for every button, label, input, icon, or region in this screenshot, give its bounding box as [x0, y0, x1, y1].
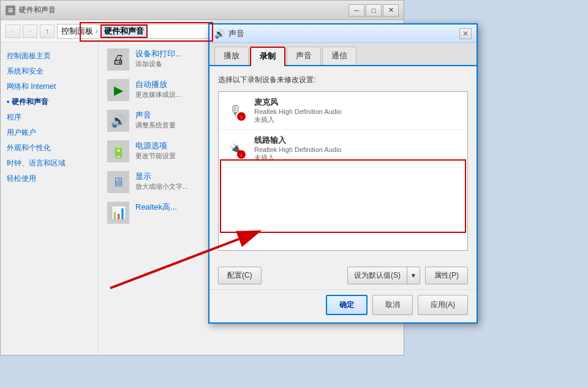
linein-status-badge: ↓ [237, 150, 246, 159]
set-default-arrow-button[interactable]: ▼ [407, 267, 420, 284]
cp-title-icon: 🖥 [6, 6, 15, 15]
sound-icon: 🔊 [107, 110, 129, 132]
close-button[interactable]: ✕ [383, 4, 399, 17]
cp-sidebar: 控制面板主页 系统和安全 网络和 Internet 硬件和声音 程序 用户账户 … [1, 42, 99, 355]
sidebar-item-hardware[interactable]: 硬件和声音 [7, 96, 92, 108]
autoplay-icon: ▶ [107, 79, 129, 101]
linein-status: 未插入 [254, 153, 341, 162]
cancel-button[interactable]: 取消 [372, 295, 413, 315]
dialog-title-text: 声音 [228, 28, 459, 39]
cp-titlebar: 🖥 硬件和声音 ─ □ ✕ [1, 1, 404, 20]
dialog-instruction: 选择以下录制设备来修改设置: [218, 75, 468, 85]
address-prefix: 控制面板 [61, 26, 93, 37]
set-default-split: 设为默认值(S) ▼ [347, 267, 420, 284]
sidebar-item-ease[interactable]: 轻松使用 [7, 172, 92, 185]
device-item-mic[interactable]: 🎙 ↓ 麦克风 Realtek High Definition Audio 未插… [219, 92, 467, 130]
mic-info: 麦克风 Realtek High Definition Audio 未插入 [254, 97, 341, 124]
address-current: 硬件和声音 [100, 25, 148, 38]
tab-playback[interactable]: 播放 [214, 47, 249, 65]
forward-button[interactable]: → [23, 25, 37, 38]
realtek-text: Realtek高... [135, 202, 177, 213]
address-separator: › [96, 27, 98, 36]
dialog-body: 选择以下录制设备来修改设置: 🎙 ↓ 麦克风 Realtek High Defi… [209, 66, 477, 262]
ok-button[interactable]: 确定 [326, 295, 368, 315]
linein-name: 线路输入 [254, 135, 341, 146]
power-text: 电源选项 更改节能设置 [135, 140, 176, 161]
realtek-icon: 📊 [107, 202, 129, 224]
device-item-linein[interactable]: 🔌 ↓ 线路输入 Realtek High Definition Audio 未… [219, 130, 467, 168]
power-icon: 🔋 [107, 140, 129, 162]
dialog-actions: 确定 取消 应用(A) [209, 289, 477, 322]
minimize-button[interactable]: ─ [349, 4, 364, 17]
tab-communication[interactable]: 通信 [322, 47, 356, 65]
dialog-title-icon: 🔊 [214, 29, 225, 39]
cp-title-text: 硬件和声音 [19, 5, 349, 15]
tab-record[interactable]: 录制 [250, 47, 285, 66]
cp-win-controls: ─ □ ✕ [349, 4, 399, 17]
display-icon: 🖥 [107, 171, 129, 193]
set-default-button[interactable]: 设为默认值(S) [347, 267, 407, 284]
dialog-titlebar: 🔊 声音 ✕ [209, 25, 477, 43]
autoplay-text: 自动播放 更改媒体或设... [135, 79, 181, 99]
dialog-close-button[interactable]: ✕ [459, 28, 472, 39]
linein-info: 线路输入 Realtek High Definition Audio 未插入 [254, 135, 341, 162]
sidebar-item-home[interactable]: 控制面板主页 [7, 50, 92, 63]
dialog-footer: 配置(C) 设为默认值(S) ▼ 属性(P) [209, 262, 477, 289]
display-text: 显示 放大或缩小文字... [135, 171, 188, 191]
back-button[interactable]: ← [6, 25, 20, 38]
sidebar-item-appearance[interactable]: 外观和个性化 [7, 142, 92, 154]
apply-button[interactable]: 应用(A) [418, 295, 468, 315]
maximize-button[interactable]: □ [366, 4, 382, 17]
mic-status-badge: ↓ [237, 112, 246, 121]
mic-icon: 🎙 ↓ [225, 100, 247, 122]
linein-icon: 🔌 ↓ [225, 138, 247, 160]
sidebar-item-clock[interactable]: 时钟、语言和区域 [7, 157, 92, 170]
properties-button[interactable]: 属性(P) [425, 267, 468, 284]
sidebar-item-users[interactable]: 用户账户 [7, 126, 92, 139]
sidebar-item-programs[interactable]: 程序 [7, 111, 92, 124]
device-listbox[interactable]: 🎙 ↓ 麦克风 Realtek High Definition Audio 未插… [218, 91, 468, 251]
up-button[interactable]: ↑ [40, 25, 55, 38]
tab-sound[interactable]: 声音 [287, 47, 321, 65]
sound-text: 声音 调整系统音量 [135, 110, 176, 130]
dialog-tabs: 播放 录制 声音 通信 [209, 43, 477, 66]
devices-text: 设备和打印... 添加设备 [135, 48, 182, 69]
empty-area-highlight [220, 159, 466, 233]
mic-status: 未插入 [254, 115, 341, 124]
mic-driver: Realtek High Definition Audio [254, 108, 341, 115]
sidebar-item-security[interactable]: 系统和安全 [7, 65, 92, 78]
linein-driver: Realtek High Definition Audio [254, 146, 341, 153]
mic-name: 麦克风 [254, 97, 341, 108]
sound-dialog: 🔊 声音 ✕ 播放 录制 声音 通信 选择以下录制设备来修改设置: 🎙 ↓ 麦克… [208, 23, 478, 324]
configure-button[interactable]: 配置(C) [218, 267, 262, 284]
devices-icon: 🖨 [107, 48, 129, 70]
sidebar-item-network[interactable]: 网络和 Internet [7, 80, 92, 93]
